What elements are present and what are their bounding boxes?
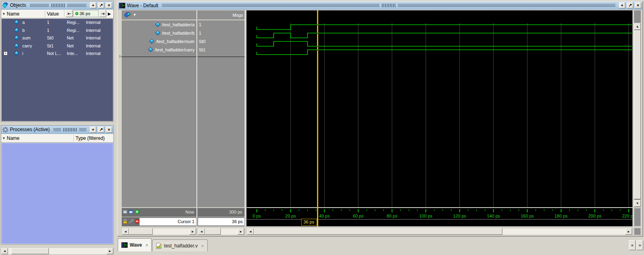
scroll-left-button[interactable]: ◄ — [1, 248, 8, 254]
prev-transition-button[interactable]: ⇤ — [66, 10, 73, 17]
wave-undock-button[interactable]: ↗ — [627, 2, 633, 8]
wave-add-button[interactable]: + — [619, 2, 625, 8]
processes-list[interactable] — [2, 143, 113, 244]
scroll-up-button[interactable]: ▲ — [634, 23, 641, 30]
scroll-right-button[interactable]: ► — [237, 228, 244, 235]
scrollbar-thumb[interactable] — [11, 248, 49, 254]
scrollbar-thumb[interactable] — [634, 30, 641, 199]
objects-col-value[interactable]: Value — [47, 11, 59, 17]
processes-add-button[interactable]: + — [90, 127, 96, 133]
wave-close-button[interactable]: × — [635, 2, 641, 8]
signal-name-row[interactable]: /test_halfadder/b — [122, 29, 197, 37]
next-transition-button[interactable]: ⇥ — [99, 10, 106, 17]
objects-undock-button[interactable]: ↗ — [98, 2, 104, 8]
scroll-down-button[interactable]: ▼ — [634, 200, 641, 207]
objects-close-button[interactable]: × — [106, 2, 112, 8]
object-type: Regi... — [67, 28, 80, 33]
scroll-right-button[interactable]: ► — [625, 228, 632, 235]
cursor1-row[interactable]: Cursor 1 — [122, 217, 197, 226]
processes-col-name[interactable]: Name — [7, 135, 19, 141]
column-resize-handle[interactable] — [64, 10, 64, 17]
scroll-right-button[interactable]: ► — [189, 228, 196, 235]
waveform-canvas[interactable] — [247, 10, 632, 207]
tabs-scroll-left-button[interactable]: « — [629, 240, 636, 250]
waveform-trace[interactable] — [257, 25, 632, 29]
wave-hscrollbar[interactable]: ◄ ► — [247, 228, 632, 235]
zoom-mode-icon[interactable] — [123, 209, 128, 214]
header-overflow-arrow-icon[interactable]: ▶ — [108, 12, 111, 16]
lock-icon[interactable] — [123, 219, 128, 224]
scroll-left-button[interactable]: ◄ — [247, 228, 254, 235]
tabs-scroll-right-button[interactable]: » — [636, 240, 643, 250]
signal-value-row[interactable]: 1 — [198, 29, 245, 37]
waveform-trace[interactable] — [257, 41, 632, 46]
cursor1-time-box[interactable]: 36 ps — [198, 218, 245, 226]
signal-name-row[interactable]: /test_halfadder/sum — [122, 37, 197, 45]
timeline-ruler[interactable]: 0 ps20 ps40 ps60 ps80 ps100 ps120 ps140 … — [247, 208, 632, 226]
add-cursor-icon[interactable] — [134, 209, 140, 214]
gear-icon — [2, 127, 8, 133]
waveform-trace[interactable] — [257, 33, 632, 38]
processes-undock-button[interactable]: ↗ — [98, 127, 104, 133]
column-splitter[interactable] — [197, 10, 198, 226]
cursor1-name-box[interactable]: Cursor 1 — [139, 218, 197, 226]
signal-name-row[interactable]: /test_halfadder/a — [122, 20, 197, 29]
values-hscrollbar[interactable]: ◄ ► — [198, 228, 245, 235]
chevron-down-icon[interactable]: ▼ — [133, 13, 136, 17]
wave-window-title: Wave - Default — [127, 3, 158, 8]
tab-test-halfadder-v[interactable]: test_halfadder.v× — [152, 239, 207, 251]
window-mode-icon[interactable] — [128, 209, 134, 214]
wave-signal-values[interactable]: 11St0St1 — [198, 20, 245, 207]
scroll-left-button[interactable]: ◄ — [122, 228, 129, 235]
processes-titlebar[interactable]: Processes (Active) + ↗ × — [1, 126, 113, 134]
scrollbar-thumb[interactable] — [129, 228, 153, 235]
objects-add-button[interactable]: + — [90, 2, 96, 8]
objects-row[interactable]: sumSt0NetInternal — [2, 34, 113, 42]
signal-value-row[interactable]: St1 — [198, 45, 245, 54]
signal-name-row[interactable]: /test_halfadder/carry — [122, 45, 197, 54]
processes-close-button[interactable]: × — [106, 127, 112, 133]
expand-icon[interactable]: + — [4, 51, 8, 55]
names-hscrollbar[interactable]: ◄ ► — [122, 228, 197, 235]
wave-titlebar[interactable]: Wave - Default + ↗ × — [118, 2, 642, 10]
scroll-left-button[interactable]: ◄ — [198, 228, 205, 235]
cursor1-value-row[interactable]: 36 ps — [198, 217, 245, 226]
signal-value-row[interactable]: 1 — [198, 20, 245, 29]
objects-list[interactable]: a1Regi...Internalb1Regi...InternalsumSt0… — [2, 19, 113, 121]
filter-icon[interactable]: ▼ — [2, 136, 6, 140]
wrench-icon[interactable] — [128, 219, 134, 224]
objects-row[interactable]: +iNot L...Inte...Internal — [2, 50, 113, 58]
objects-col-name[interactable]: Name — [7, 11, 19, 17]
left-panel-hscrollbar[interactable]: ◄ ► — [1, 247, 114, 255]
scrollbar-thumb[interactable] — [254, 228, 502, 235]
wave-vscrollbar[interactable]: ▲ ▼ — [634, 10, 641, 207]
wave-values-header[interactable]: Msgs — [198, 10, 245, 20]
objects-row[interactable]: a1Regi...Internal — [2, 19, 113, 27]
wave-names-header[interactable]: ▼ — [122, 10, 197, 20]
objects-titlebar[interactable]: Objects + ↗ × — [1, 1, 113, 10]
tab-close-icon[interactable]: × — [146, 243, 148, 247]
signal-value: 1 — [199, 22, 201, 27]
filter-icon[interactable]: ▼ — [2, 12, 6, 16]
objects-row[interactable]: carrySt1NetInternal — [2, 42, 113, 50]
wave-cursor[interactable] — [317, 10, 318, 226]
column-resize-handle[interactable] — [74, 135, 74, 141]
wave-drag-handle[interactable] — [162, 2, 615, 9]
waveform-trace[interactable] — [257, 50, 632, 55]
objects-drag-handle[interactable] — [30, 1, 86, 9]
cursor-time-field[interactable]: 36 ps — [73, 10, 99, 17]
processes-col-type[interactable]: Type (filtered) — [76, 135, 105, 141]
scrollbar-thumb[interactable] — [205, 228, 221, 235]
signal-value-row[interactable]: St0 — [198, 37, 245, 45]
objects-row[interactable]: b1Regi...Internal — [2, 27, 113, 35]
object-name: sum — [22, 35, 31, 40]
tab-close-icon[interactable]: × — [201, 243, 204, 248]
column-resize-handle[interactable] — [45, 10, 45, 17]
signal-path: /test_halfadder/carry — [155, 47, 195, 52]
processes-drag-handle[interactable] — [53, 126, 86, 133]
tab-wave[interactable]: Wave× — [118, 238, 152, 251]
wave-signal-names[interactable]: /test_halfadder/a/test_halfadder/b/test_… — [122, 20, 197, 207]
scroll-right-button[interactable]: ► — [107, 248, 113, 254]
signal-value: St1 — [199, 47, 206, 52]
cursor-time-flag[interactable]: 36 ps — [301, 219, 317, 226]
